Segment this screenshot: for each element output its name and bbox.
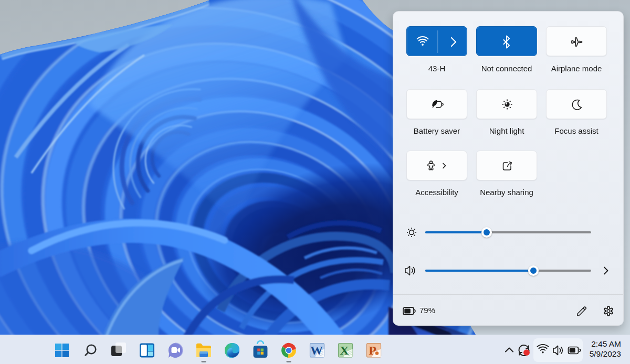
svg-text:W: W — [310, 344, 323, 357]
svg-text:X: X — [340, 344, 349, 357]
svg-text:P: P — [369, 344, 376, 357]
